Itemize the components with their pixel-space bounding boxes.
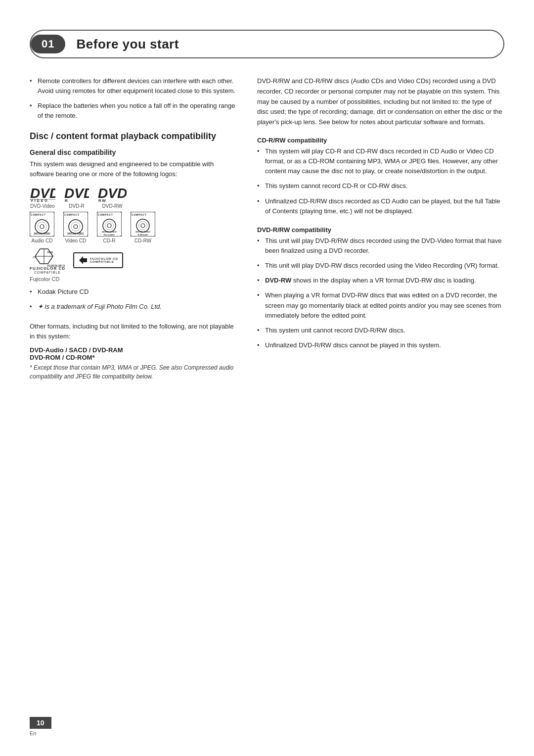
left-column: Remote controllers for different devices… (30, 76, 237, 381)
not-playable-text: DVD-Audio / SACD / DVD-RAMDVD-ROM / CD-R… (30, 346, 123, 361)
video-cd-label: Video CD (65, 238, 87, 243)
language-label: En (30, 730, 51, 736)
audio-cd-logo: COMPACT DIGITAL AUDIO Audio CD (30, 212, 54, 243)
fuji-compatible-text-block: FUJICOLOR CD COMPATIBLE (90, 257, 118, 263)
dvd-rw-bold: DVD-RW (265, 277, 291, 284)
list-item: This system will play CD-R and CD-RW dis… (257, 146, 504, 176)
svg-text:CD: CD (33, 256, 36, 259)
dvd-rw-icon: DVD RW (98, 186, 127, 202)
svg-point-11 (38, 222, 46, 231)
fuji-compatible-icon: FUJICOLOR CD COMPATIBLE (73, 252, 123, 268)
cd-rw-icon: COMPACT DIGITAL AUDIO ReWritable (131, 212, 155, 236)
svg-text:DIGITAL VIDEO: DIGITAL VIDEO (68, 233, 84, 235)
svg-point-17 (71, 222, 80, 231)
section-title: Disc / content format playback compatibi… (30, 131, 237, 142)
cd-r-icon: COMPACT DIGITAL AUDIO Recordable (97, 212, 122, 236)
list-item: Kodak Picture CD (30, 287, 237, 297)
right-column: DVD-R/RW and CD-R/RW discs (Audio CDs an… (257, 76, 504, 381)
audio-cd-icon: COMPACT DIGITAL AUDIO (30, 212, 54, 236)
cd-r-logo: COMPACT DIGITAL AUDIO Recordable CD-R (97, 212, 122, 243)
compatible-text: COMPATIBLE (90, 260, 114, 263)
content-columns: Remote controllers for different devices… (30, 76, 504, 381)
dvd-rw-title: DVD-R/RW compatibility (257, 226, 504, 234)
right-intro-text: DVD-R/RW and CD-R/RW discs (Audio CDs an… (257, 76, 504, 128)
compact-disc-row: COMPACT DIGITAL AUDIO Audio CD (30, 212, 237, 243)
footnote-text: * Except those that contain MP3, WMA or … (30, 363, 237, 381)
svg-text:RW: RW (98, 198, 106, 202)
svg-text:COMPACT: COMPACT (98, 213, 113, 216)
list-item: This unit will play DVD-RW discs recorde… (257, 261, 504, 271)
logos-area: DVD VIDEO DVD-Video DVD R (30, 186, 237, 282)
cd-rw-logo: COMPACT DIGITAL AUDIO ReWritable CD-RW (131, 212, 155, 243)
list-item: Unfinalized CD-R/RW discs recorded as CD… (257, 196, 504, 216)
dvd-rw-label: DVD-RW (102, 203, 123, 209)
cd-rw-title: CD-R/RW compatibility (257, 137, 504, 144)
list-item: Replace the batteries when you notice a … (30, 101, 237, 121)
svg-point-15 (69, 220, 83, 234)
audio-cd-label: Audio CD (32, 238, 53, 243)
svg-text:DIGITAL AUDIO: DIGITAL AUDIO (34, 233, 50, 235)
chapter-title: Before you start (76, 37, 178, 52)
chapter-number: 01 (31, 35, 65, 53)
chapter-bar: 01 Before you start (30, 30, 504, 58)
page-footer: 10 En (30, 717, 51, 736)
video-cd-logo: COMPACT DIGITAL VIDEO Video CD (63, 212, 88, 243)
svg-text:DIGITAL AUDIO: DIGITAL AUDIO (102, 231, 116, 233)
fujicolor-cd-logo: FUJICOLOR CD FUJI CD FUJICOLOR CD COMPAT… (30, 246, 65, 274)
list-item: This system unit cannot record DVD-R/RW … (257, 326, 504, 335)
fujicolor-caption: Fujicolor CD (30, 276, 237, 282)
svg-text:COMPACT: COMPACT (31, 213, 46, 216)
subsection-body: This system was designed and engineered … (30, 159, 237, 179)
svg-text:FUJI: FUJI (47, 251, 53, 254)
dvd-r-icon: DVD R (64, 186, 89, 202)
list-item: Remote controllers for different devices… (30, 76, 237, 96)
cd-rw-label: CD-RW (134, 238, 151, 243)
cd-r-label: CD-R (103, 238, 116, 243)
dvd-video-logo: DVD VIDEO DVD-Video (30, 186, 55, 209)
list-item: ✦ is a trademark of Fuji Photo Film Co. … (30, 302, 237, 312)
svg-point-10 (40, 225, 44, 229)
svg-text:Recordable: Recordable (104, 234, 115, 236)
fujicolor-label-text: FUJICOLOR CD (30, 266, 65, 271)
fujicolor-cd-icon: FUJICOLOR CD FUJI CD (30, 246, 65, 267)
svg-point-30 (139, 221, 147, 230)
additional-bullet-list: Kodak Picture CD ✦ is a trademark of Fuj… (30, 287, 237, 312)
svg-point-23 (105, 221, 114, 230)
dvd-r-logo: DVD R DVD-R (64, 186, 89, 209)
svg-point-22 (107, 224, 111, 228)
page-number: 10 (30, 717, 51, 729)
video-cd-icon: COMPACT DIGITAL VIDEO (63, 212, 88, 236)
dvd-r-label: DVD-R (69, 203, 85, 209)
other-formats-text: Other formats, including but not limited… (30, 322, 237, 341)
subsection-title: General disc compatibility (30, 148, 237, 156)
not-playable-heading: DVD-Audio / SACD / DVD-RAMDVD-ROM / CD-R… (30, 346, 237, 361)
fujicolor-compatible-text: COMPATIBLE (34, 271, 61, 274)
list-item: DVD-RW DVD-RW shows in the display when … (257, 276, 504, 285)
list-item: This unit will play DVD-R/RW discs recor… (257, 236, 504, 256)
svg-text:COMPACT: COMPACT (64, 213, 80, 216)
list-item: When playing a VR format DVD-RW discs th… (257, 290, 504, 320)
arrow-icon (78, 255, 88, 265)
fuji-compatible-logo: FUJICOLOR CD COMPATIBLE (73, 252, 123, 268)
dvd-rw-bullet-3: DVD-RW DVD-RW shows in the display when … (265, 277, 476, 284)
list-item: This system cannot record CD-R or CD-RW … (257, 181, 504, 191)
page: 01 Before you start Remote controllers f… (0, 0, 534, 756)
dvd-rw-bullet-list: This unit will play DVD-R/RW discs recor… (257, 236, 504, 350)
dvd-video-label: DVD-Video (30, 203, 55, 209)
fuji-logo-row: FUJICOLOR CD FUJI CD FUJICOLOR CD COMPAT… (30, 246, 237, 274)
dvd-video-icon: DVD VIDEO (30, 186, 55, 202)
svg-point-16 (74, 225, 78, 229)
dvd-rw-logo: DVD RW DVD-RW (98, 186, 127, 209)
intro-bullet-list: Remote controllers for different devices… (30, 76, 237, 121)
svg-point-29 (141, 224, 145, 228)
svg-text:VIDEO: VIDEO (31, 199, 49, 202)
svg-marker-39 (79, 256, 87, 264)
list-item: Unfinalized DVD-R/RW discs cannot be pla… (257, 340, 504, 350)
cd-rw-bullet-list: This system will play CD-R and CD-RW dis… (257, 146, 504, 216)
svg-point-9 (35, 220, 49, 234)
svg-text:DIGITAL AUDIO: DIGITAL AUDIO (135, 231, 150, 233)
svg-text:ReWritable: ReWritable (138, 234, 149, 236)
fuji-trademark-note: ✦ is a trademark of Fuji Photo Film Co. … (38, 303, 162, 310)
svg-text:COMPACT: COMPACT (132, 213, 147, 216)
dvd-logo-row: DVD VIDEO DVD-Video DVD R (30, 186, 237, 209)
